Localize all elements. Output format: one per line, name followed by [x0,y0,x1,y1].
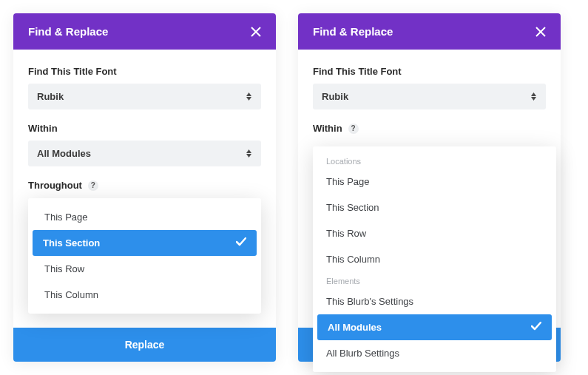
find-font-select[interactable]: Rubik [28,84,261,109]
within-group: Within All Modules [28,123,261,166]
panel-title: Find & Replace [313,25,393,38]
find-font-value: Rubik [322,91,348,102]
panel-body: Find This Title Font Rubik Within ? [298,50,561,155]
help-icon[interactable]: ? [348,124,359,134]
find-replace-panel-right: Find & Replace Find This Title Font Rubi… [298,13,561,362]
dropdown-item-this-section[interactable]: This Section [313,195,556,220]
throughout-dropdown: This Page This Section This Row This Col… [28,198,261,314]
find-font-label: Find This Title Font [313,66,546,77]
dropdown-item-this-row[interactable]: This Row [313,220,556,246]
help-icon[interactable]: ? [88,180,98,191]
find-replace-panel-left: Find & Replace Find This Title Font Rubi… [13,13,276,362]
find-font-label: Find This Title Font [28,66,261,77]
dropdown-item-this-section[interactable]: This Section [33,230,257,256]
panel-header: Find & Replace [298,13,561,50]
find-font-group: Find This Title Font Rubik [313,66,546,109]
within-label: Within [28,123,261,134]
updown-icon [245,92,252,101]
dropdown-item-this-page[interactable]: This Page [28,204,261,230]
throughout-label: Throughout ? [28,180,261,191]
updown-icon [530,92,537,101]
panel-header: Find & Replace [13,13,276,50]
within-dropdown: Locations This Page This Section This Ro… [313,146,556,372]
dropdown-group-elements: Elements [313,272,556,288]
within-value: All Modules [37,148,91,159]
check-icon [531,322,541,333]
find-font-select[interactable]: Rubik [313,84,546,109]
updown-icon [245,149,252,158]
close-icon[interactable] [251,27,261,37]
throughout-group: Throughout ? [28,180,261,191]
find-font-group: Find This Title Font Rubik [28,66,261,109]
dropdown-group-locations: Locations [313,152,556,169]
within-group: Within ? [313,123,546,134]
dropdown-item-all-blurb-settings[interactable]: All Blurb Settings [313,340,556,366]
find-font-value: Rubik [37,91,64,102]
dropdown-item-this-column[interactable]: This Column [28,282,261,308]
within-select[interactable]: All Modules [28,141,261,166]
replace-button[interactable]: Replace [13,328,276,362]
check-icon [236,237,246,249]
panel-title: Find & Replace [28,25,108,38]
close-icon[interactable] [535,27,546,37]
dropdown-item-all-modules[interactable]: All Modules [317,314,552,340]
within-label: Within ? [313,123,546,134]
dropdown-item-blurbs-settings[interactable]: This Blurb's Settings [313,288,556,314]
dropdown-item-this-column[interactable]: This Column [313,246,556,272]
dropdown-item-this-row[interactable]: This Row [28,256,261,282]
dropdown-item-this-page[interactable]: This Page [313,169,556,195]
